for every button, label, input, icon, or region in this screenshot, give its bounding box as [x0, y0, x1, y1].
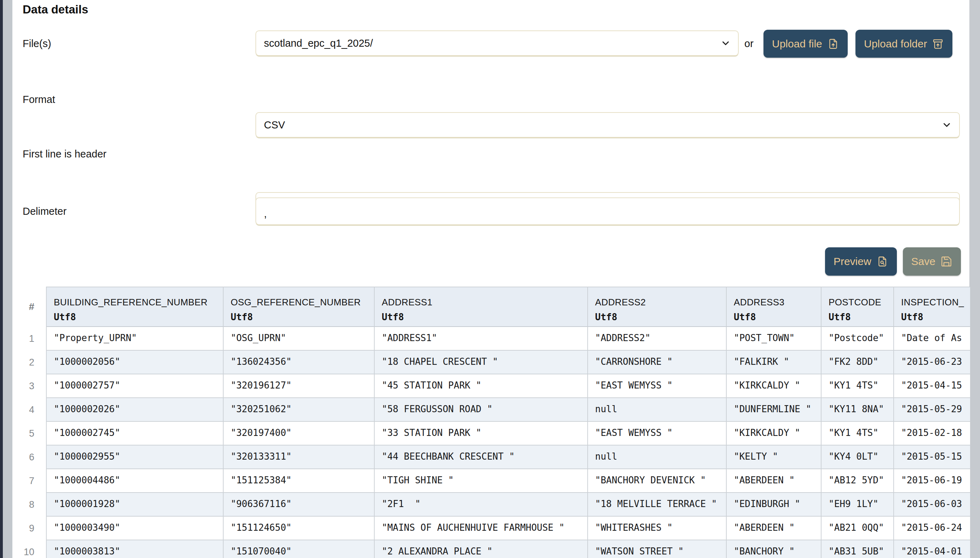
table-cell: "151124650": [224, 517, 375, 540]
table-cell: "2015-02-18: [894, 422, 970, 445]
table-cell: "AB31 5UB": [821, 540, 894, 558]
column-name: INSPECTION_: [901, 297, 970, 308]
row-number: 10: [23, 540, 46, 558]
table-cell: "AB12 5YD": [821, 469, 894, 493]
table-cell: "POST_TOWN": [727, 327, 821, 351]
column-header: BUILDING_REFERENCE_NUMBERUtf8: [47, 287, 224, 327]
table-cell: "1000002955": [47, 445, 224, 469]
table-cell: "EAST WEMYSS ": [588, 374, 727, 398]
table-cell: "906367116": [224, 493, 375, 517]
table-cell: "320133311": [224, 445, 375, 469]
table-cell: "1000003813": [47, 540, 224, 558]
file-magnifier-icon: [876, 256, 888, 268]
table-cell: "1000002757": [47, 374, 224, 398]
column-type: Utf8: [595, 312, 726, 322]
data-details-page: Data details File(s) scotland_epc_q1_202…: [0, 0, 980, 558]
table-cell: "1000003490": [47, 517, 224, 540]
table-cell: "KY11 8NA": [821, 398, 894, 422]
row-number: 5: [23, 422, 46, 445]
table-cell: "BANCHORY ": [727, 540, 821, 558]
table-cell: "CARRONSHORE ": [588, 351, 727, 374]
table-cell: "1000002026": [47, 398, 224, 422]
table-cell: "KY4 0LT": [821, 445, 894, 469]
files-select-value: scotland_epc_q1_2025/: [264, 38, 373, 49]
data-preview-table: #12345678910 BUILDING_REFERENCE_NUMBERUt…: [23, 287, 970, 558]
files-label: File(s): [23, 30, 249, 57]
row-number: 2: [23, 351, 46, 374]
preview-button[interactable]: Preview: [825, 247, 897, 276]
table-cell: "45 STATION PARK ": [375, 374, 588, 398]
chevron-down-icon: [941, 120, 952, 130]
column-type: Utf8: [734, 312, 821, 322]
column-name: ADDRESS2: [595, 297, 726, 308]
table-cell: "OSG_UPRN": [224, 327, 375, 351]
table-cell: "EDINBURGH ": [727, 493, 821, 517]
column-name: ADDRESS3: [734, 297, 821, 308]
table-cell: "320251062": [224, 398, 375, 422]
table-cell: null: [588, 445, 727, 469]
column-type: Utf8: [382, 312, 587, 322]
data-grid: BUILDING_REFERENCE_NUMBERUtf8OSG_REFEREN…: [46, 287, 970, 558]
table-cell: "WHITERASHES ": [588, 517, 727, 540]
table-cell: "Property_UPRN": [47, 327, 224, 351]
table-cell: "1000004486": [47, 469, 224, 493]
table-cell: "44 BEECHBANK CRESCENT ": [375, 445, 588, 469]
table-cell: "2F1 ": [375, 493, 588, 517]
upload-file-label: Upload file: [772, 38, 822, 50]
table-cell: "Postcode": [821, 327, 894, 351]
vertical-scrollbar[interactable]: [969, 0, 980, 558]
upload-file-button[interactable]: Upload file: [764, 30, 848, 57]
column-header: ADDRESS3Utf8: [727, 287, 821, 327]
table-cell: "2015-05-15: [894, 445, 970, 469]
format-select[interactable]: CSV: [256, 112, 960, 138]
table-cell: "KY1 4TS": [821, 422, 894, 445]
table-cell: "EAST WEMYSS ": [588, 422, 727, 445]
table-cell: "1000002056": [47, 351, 224, 374]
table-cell: "KELTY ": [727, 445, 821, 469]
table-cell: "TIGH SHINE ": [375, 469, 588, 493]
table-cell: "151070040": [224, 540, 375, 558]
table-cell: "ABERDEEN ": [727, 469, 821, 493]
save-button[interactable]: Save: [903, 247, 961, 276]
left-edge-dark-strip: [0, 0, 3, 558]
table-cell: "151125384": [224, 469, 375, 493]
index-column-header: #: [23, 287, 46, 327]
table-cell: "136024356": [224, 351, 375, 374]
table-cell: "EH9 1LY": [821, 493, 894, 517]
table-cell: "33 STATION PARK ": [375, 422, 588, 445]
first-line-is-header-label: First line is header: [23, 141, 249, 167]
upload-folder-button[interactable]: Upload folder: [855, 30, 952, 57]
table-cell: "WATSON STREET ": [588, 540, 727, 558]
table-cell: "2015-06-03: [894, 493, 970, 517]
column-name: BUILDING_REFERENCE_NUMBER: [54, 297, 223, 308]
column-type: Utf8: [231, 312, 374, 322]
delimeter-input[interactable]: [256, 197, 960, 225]
table-cell: "KIRKCALDY ": [727, 422, 821, 445]
table-cell: "320197400": [224, 422, 375, 445]
column-name: POSTCODE: [829, 297, 893, 308]
box-arrow-up-icon: [932, 38, 944, 50]
files-select[interactable]: scotland_epc_q1_2025/: [256, 30, 739, 56]
row-number: 1: [23, 327, 46, 351]
row-number: 7: [23, 469, 46, 493]
table-cell: "2015-04-01: [894, 540, 970, 558]
table-cell: "ADDRESS2": [588, 327, 727, 351]
table-cell: "FALKIRK ": [727, 351, 821, 374]
table-cell: "2015-04-15: [894, 374, 970, 398]
column-type: Utf8: [54, 312, 223, 322]
row-number: 4: [23, 398, 46, 422]
table-cell: "AB21 0QQ": [821, 517, 894, 540]
file-arrow-up-icon: [827, 38, 839, 50]
column-type: Utf8: [829, 312, 893, 322]
table-cell: "ADDRESS1": [375, 327, 588, 351]
column-name: ADDRESS1: [382, 297, 587, 308]
save-label: Save: [911, 256, 936, 268]
column-type: Utf8: [901, 312, 970, 322]
table-cell: "18 MELVILLE TERRACE ": [588, 493, 727, 517]
page-title: Data details: [23, 3, 88, 16]
table-cell: null: [588, 398, 727, 422]
table-actions: Preview Save: [825, 247, 961, 276]
delimeter-label: Delimeter: [23, 197, 249, 225]
table-cell: "2015-06-23: [894, 351, 970, 374]
upload-folder-label: Upload folder: [864, 38, 927, 50]
